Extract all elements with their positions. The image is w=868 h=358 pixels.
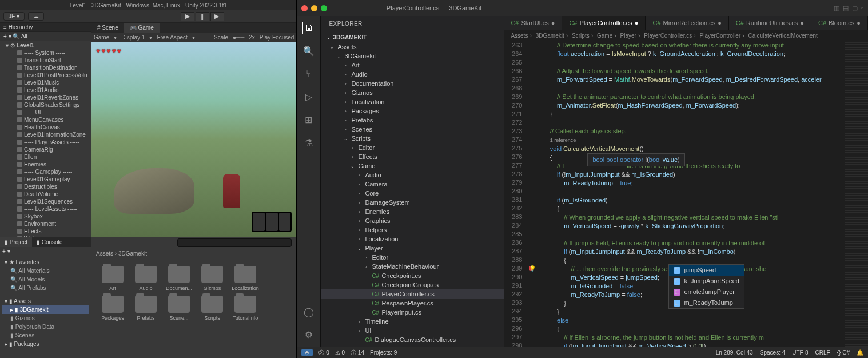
editor-tab[interactable]: C#MirrorReflection.cs● (646, 16, 728, 30)
hierarchy-tab[interactable]: ≡ Hierarchy (0, 23, 91, 32)
folder-item[interactable]: ›Audio (321, 170, 504, 180)
file-item[interactable]: C#DialogueCanvasController.cs (321, 335, 504, 344)
warnings-count[interactable]: ⚠ 0 (335, 349, 345, 356)
notifications-icon[interactable]: 🔔 (857, 349, 863, 356)
hierarchy-item[interactable]: CameraRig (0, 146, 91, 153)
more-icon[interactable]: ▫ (861, 5, 863, 12)
search-icon[interactable]: 🔍 (302, 45, 315, 57)
folder-item[interactable]: ›Timeline (321, 317, 504, 326)
hierarchy-search-all[interactable]: + ▾ 🔍 All (0, 32, 91, 41)
folder-item[interactable]: ›Helpers (321, 225, 504, 234)
file-item[interactable]: C#CheckpointGroup.cs (321, 280, 504, 289)
folder-item[interactable]: ›Documentation (321, 79, 504, 88)
info-count[interactable]: ⓘ 14 (351, 349, 364, 357)
extensions-icon[interactable]: ⊞ (302, 113, 315, 126)
folder-item[interactable]: ›Camera (321, 180, 504, 189)
asset-folder[interactable]: ▮ Scenes (2, 331, 89, 340)
eol[interactable]: CRLF (815, 349, 830, 356)
folder-item[interactable]: ›Gizmos (321, 88, 504, 97)
device-preview[interactable] (252, 212, 292, 232)
asset-folder-icon[interactable]: Packages (98, 296, 127, 321)
indent-info[interactable]: Spaces: 4 (760, 349, 785, 356)
play-button[interactable]: ▶ (181, 12, 194, 21)
hierarchy-item[interactable]: Level01Music (0, 79, 91, 86)
run-debug-icon[interactable]: ▷ (302, 90, 315, 103)
autocomplete-item[interactable]: ⬚jumpSpeed (669, 265, 744, 276)
game-dropdown[interactable]: Game (94, 34, 109, 41)
account-icon[interactable]: ◯ (302, 305, 315, 318)
hierarchy-item[interactable]: ----- LevelAssets ----- (0, 205, 91, 213)
hierarchy-item[interactable]: TransitionDestination (0, 64, 91, 71)
folder-item[interactable]: ⌄Game (321, 161, 504, 170)
hierarchy-item[interactable]: Level01InformationZone (0, 131, 91, 138)
folder-item[interactable]: ›Scenes (321, 125, 504, 134)
fav-models[interactable]: 🔍 All Models (2, 275, 89, 284)
testing-icon[interactable]: ⚗ (302, 136, 315, 149)
hierarchy-item[interactable]: Level01ReverbZones (0, 94, 91, 101)
folder-item[interactable]: ›Effects (321, 152, 504, 161)
errors-count[interactable]: ⓧ 0 (318, 349, 329, 357)
minimize-window-icon[interactable] (311, 5, 317, 11)
folder-item[interactable]: ›Packages (321, 106, 504, 116)
aspect-dropdown[interactable]: Free Aspect (157, 34, 187, 41)
folder-item[interactable]: ⌄Scripts (321, 134, 504, 143)
file-item[interactable]: C#Checkpoint.cs (321, 271, 504, 280)
hierarchy-item[interactable]: GlobalShaderSettings (0, 101, 91, 109)
file-item[interactable]: C#PlayerInput.cs (321, 308, 504, 317)
file-item[interactable]: C#RespawnPlayer.cs (321, 299, 504, 308)
folder-item[interactable]: ›Enemies (321, 207, 504, 216)
editor-tab[interactable]: C#StartUI.cs● (504, 16, 562, 30)
hierarchy-item[interactable]: Level01Audio (0, 86, 91, 94)
project-tab[interactable]: ▮ Project (0, 237, 32, 247)
asset-folder-icon[interactable]: Audio (132, 266, 160, 291)
display-dropdown[interactable]: Display 1 (121, 34, 145, 41)
language-mode[interactable]: {} C# (837, 349, 850, 356)
play-focused[interactable]: Play Focused (260, 34, 294, 41)
lightbulb-icon[interactable]: 💡 (529, 264, 536, 273)
autocomplete-item[interactable]: ⬚emoteJumpPlayer (669, 287, 744, 297)
folder-item[interactable]: ›DamageSystem (321, 198, 504, 207)
autocomplete-popup[interactable]: ⬚jumpSpeed⬚k_JumpAbortSpeed⬚emoteJumpPla… (668, 264, 744, 309)
folder-item[interactable]: ⌄Player (321, 244, 504, 253)
hierarchy-item[interactable]: Level01Sequences (0, 198, 91, 205)
folder-item[interactable]: ⌄3DGamekit (321, 51, 504, 61)
hierarchy-item[interactable]: ----- System ----- (0, 49, 91, 57)
folder-item[interactable]: ›Core (321, 189, 504, 198)
asset-folder-icon[interactable]: Scripts (198, 296, 226, 321)
folder-item[interactable]: ⌄Assets (321, 42, 504, 51)
asset-folder-icon[interactable]: Scene... (165, 296, 193, 321)
explorer-icon[interactable]: 🗎 (302, 22, 314, 34)
assets-header[interactable]: ▾ ▮ Assets (2, 297, 89, 305)
editor-tab[interactable]: C#Bloom.cs● (811, 16, 868, 30)
asset-folder[interactable]: ▮ Polybrush Data (2, 323, 89, 331)
hierarchy-item[interactable]: HealthCanvas (0, 124, 91, 131)
console-tab[interactable]: ▮ Console (32, 237, 67, 247)
autocomplete-item[interactable]: ⬚k_JumpAbortSpeed (669, 276, 744, 287)
asset-search[interactable] (177, 238, 292, 247)
projects-count[interactable]: Projects: 9 (370, 349, 397, 356)
step-button[interactable]: ▶| (210, 12, 224, 21)
hierarchy-item[interactable]: Skybox (0, 213, 91, 220)
scene-tab[interactable]: # Scene (91, 23, 124, 33)
layout-side-icon[interactable]: ▥ (834, 5, 839, 12)
hierarchy-item[interactable]: Environment (0, 220, 91, 228)
hierarchy-item[interactable]: MenuCanvases (0, 116, 91, 124)
editor-tab[interactable]: C#PlayerController.cs● (562, 16, 646, 30)
file-item[interactable]: C#PlayerController.cs (321, 289, 504, 299)
unity-status-badge[interactable]: ⬘ (301, 349, 313, 356)
hierarchy-item[interactable]: DeathVolume (0, 190, 91, 198)
hierarchy-item[interactable]: ----- UI ----- (0, 109, 91, 116)
layout-panel-icon[interactable]: ▤ (843, 5, 849, 12)
hierarchy-item[interactable]: Destructibles (0, 183, 91, 190)
folder-item[interactable]: ›Art (321, 61, 504, 70)
asset-folder-icon[interactable]: Documen... (165, 266, 193, 291)
packages-header[interactable]: ▸ ▮ Packages (2, 340, 89, 348)
cursor-position[interactable]: Ln 289, Col 43 (716, 349, 753, 356)
asset-folder-icon[interactable]: TutorialInfo (231, 296, 260, 321)
hierarchy-item[interactable]: Ellen (0, 153, 91, 161)
asset-folder[interactable]: ▮ Gizmos (2, 314, 89, 323)
hierarchy-item[interactable]: Effects (0, 228, 91, 235)
layout-full-icon[interactable]: ▢ (852, 5, 858, 12)
asset-folder-icon[interactable]: Gizmos (198, 266, 226, 291)
add-asset[interactable]: + ▾ (2, 248, 10, 254)
